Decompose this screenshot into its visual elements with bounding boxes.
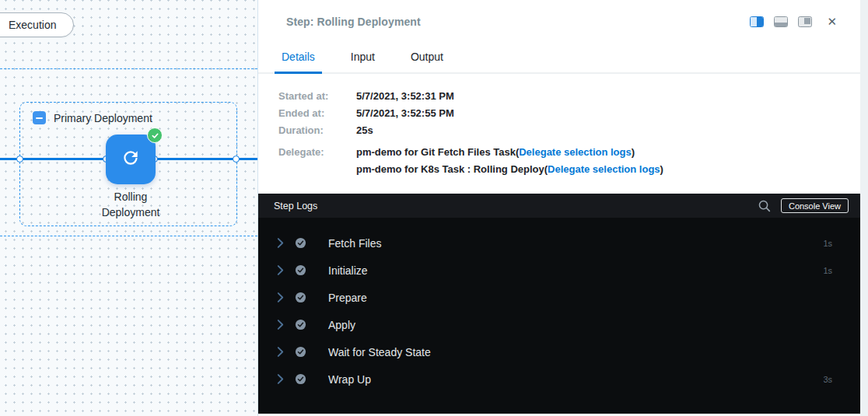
log-step-label: Apply <box>328 319 832 331</box>
delegate-text-suffix: ) <box>632 146 635 158</box>
execution-tab[interactable]: Execution <box>0 12 74 37</box>
rolling-deployment-node[interactable] <box>106 135 156 184</box>
log-step-row[interactable]: Wait for Steady State <box>258 338 860 365</box>
node-caption: Rolling Deployment <box>76 189 185 220</box>
check-circle-icon <box>295 319 306 330</box>
collapse-group-button[interactable] <box>33 111 46 124</box>
check-circle-icon <box>295 346 306 358</box>
log-step-label: Fetch Files <box>328 237 823 250</box>
close-icon[interactable]: ✕ <box>827 16 837 27</box>
group-label: Primary Deployment <box>54 112 152 124</box>
log-step-row[interactable]: Prepare <box>258 284 860 311</box>
step-logs-header: Step Logs Console View <box>258 194 860 218</box>
delegate-text-suffix: ) <box>660 163 663 175</box>
log-step-duration: 1s <box>823 266 832 275</box>
execution-tab-label: Execution <box>9 19 56 31</box>
chevron-right-icon[interactable] <box>277 265 284 275</box>
delegate-lines: pm-demo for Git Fetch Files Task(Delegat… <box>356 147 663 175</box>
log-step-row[interactable]: Initialize 1s <box>258 257 860 284</box>
panel-right-view-icon[interactable] <box>798 16 812 27</box>
delegate-line: pm-demo for K8s Task : Rolling Deploy(De… <box>356 164 663 175</box>
minus-icon <box>36 117 43 119</box>
console-view-button[interactable]: Console View <box>781 198 849 213</box>
detail-label: Ended at: <box>278 108 356 119</box>
group-header: Primary Deployment <box>20 103 236 124</box>
log-step-label: Prepare <box>328 292 832 304</box>
node-caption-line1: Rolling <box>76 189 185 205</box>
tab-output[interactable]: Output <box>404 43 450 74</box>
detail-value: 5/7/2021, 3:52:31 PM <box>356 91 454 102</box>
log-step-label: Initialize <box>328 264 823 277</box>
chevron-right-icon[interactable] <box>277 347 284 357</box>
connector-point <box>16 156 23 163</box>
detail-value: 25s <box>356 125 373 136</box>
log-step-label: Wrap Up <box>328 373 823 386</box>
chevron-right-icon[interactable] <box>277 238 284 248</box>
right-gutter <box>860 0 868 416</box>
log-step-label: Wait for Steady State <box>328 346 832 358</box>
delegate-text: pm-demo for K8s Task : Rolling Deploy( <box>356 163 548 175</box>
search-icon[interactable] <box>758 199 771 212</box>
success-badge-icon <box>147 128 163 143</box>
details-section: Started at: 5/7/2021, 3:52:31 PM Ended a… <box>258 74 860 194</box>
detail-row-duration: Duration: 25s <box>278 125 860 136</box>
panel-view-controls: ✕ <box>750 16 837 27</box>
chevron-right-icon[interactable] <box>277 320 284 330</box>
delegate-line: pm-demo for Git Fetch Files Task(Delegat… <box>356 147 663 158</box>
split-view-right-icon[interactable] <box>750 16 764 27</box>
check-circle-icon <box>295 264 306 276</box>
log-step-duration: 3s <box>823 375 832 384</box>
tab-input[interactable]: Input <box>344 43 382 74</box>
check-circle-icon <box>295 292 306 303</box>
detail-tabs: Details Input Output <box>258 43 860 74</box>
log-step-row[interactable]: Wrap Up 3s <box>258 365 860 393</box>
step-detail-panel: Step: Rolling Deployment ✕ Details Input… <box>258 0 860 416</box>
refresh-icon <box>121 148 141 171</box>
log-step-duration: 1s <box>823 239 832 248</box>
detail-label: Duration: <box>278 125 356 136</box>
connector-point <box>233 156 240 163</box>
log-step-row[interactable]: Fetch Files 1s <box>258 229 860 257</box>
step-logs-list: Fetch Files 1s <box>258 218 860 414</box>
panel-header: Step: Rolling Deployment ✕ <box>258 0 860 43</box>
delegate-selection-logs-link[interactable]: Delegate selection logs <box>548 163 660 175</box>
app-window: Execution Primary Deployment <box>0 0 868 416</box>
check-circle-icon <box>295 237 306 249</box>
node-caption-line2: Deployment <box>76 205 185 220</box>
detail-row-ended: Ended at: 5/7/2021, 3:52:55 PM <box>278 108 860 119</box>
detail-label: Delegate: <box>278 147 356 175</box>
stage-boundary-top <box>0 68 257 69</box>
split-view-bottom-icon[interactable] <box>774 16 788 27</box>
chevron-right-icon[interactable] <box>277 374 284 384</box>
log-step-row[interactable]: Apply <box>258 311 860 338</box>
detail-label: Started at: <box>278 91 356 102</box>
panel-title: Step: Rolling Deployment <box>286 16 421 28</box>
check-circle-icon <box>295 373 306 385</box>
step-logs-panel: Step Logs Console View <box>258 194 860 414</box>
tab-details[interactable]: Details <box>275 43 322 74</box>
detail-value: 5/7/2021, 3:52:55 PM <box>356 108 454 119</box>
detail-row-started: Started at: 5/7/2021, 3:52:31 PM <box>278 91 860 102</box>
stage-boundary-bottom <box>0 236 257 236</box>
chevron-right-icon[interactable] <box>277 292 284 302</box>
pipeline-canvas: Execution Primary Deployment <box>0 0 258 416</box>
delegate-text: pm-demo for Git Fetch Files Task( <box>356 146 519 158</box>
detail-row-delegate: Delegate: pm-demo for Git Fetch Files Ta… <box>278 147 860 175</box>
step-logs-title: Step Logs <box>274 201 758 211</box>
delegate-selection-logs-link[interactable]: Delegate selection logs <box>519 146 632 158</box>
